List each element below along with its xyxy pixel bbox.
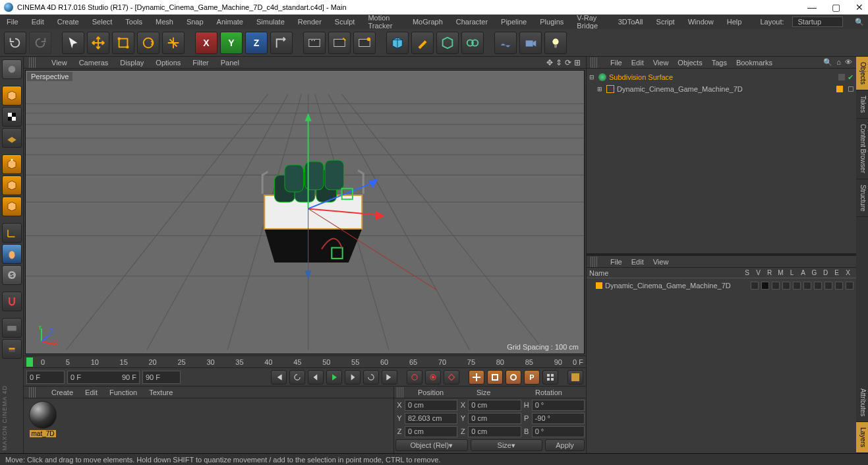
layer-row[interactable]: Dynamic_Cinema_Game_Machine_7D <box>589 280 854 292</box>
om-home-icon[interactable]: ⌂ <box>836 58 841 67</box>
undo-button[interactable] <box>4 32 26 54</box>
menu-snap[interactable]: Snap <box>184 16 206 27</box>
vp-menu-display[interactable]: Display <box>120 59 144 67</box>
om-menu-objects[interactable]: Objects <box>678 59 702 67</box>
render-view-button[interactable] <box>303 32 326 54</box>
camera-button[interactable] <box>519 32 542 54</box>
frame-current-field[interactable]: 90 F <box>142 371 181 384</box>
om-menu-tags[interactable]: Tags <box>712 59 727 67</box>
tab-structure[interactable]: Structure <box>856 179 868 218</box>
menu-mograph[interactable]: MoGraph <box>410 16 446 27</box>
texture-mode-button[interactable] <box>2 107 22 127</box>
axis-tool-icon[interactable] <box>2 223 22 243</box>
layer-flag-g-icon[interactable] <box>814 282 822 290</box>
key-scale-button[interactable] <box>487 370 503 385</box>
layer-flag-e-icon[interactable] <box>835 282 843 290</box>
layer-flag-r-icon[interactable] <box>772 282 780 290</box>
play-button[interactable] <box>326 370 342 385</box>
expand-icon[interactable]: ⊟ <box>589 74 596 80</box>
menu-create[interactable]: Create <box>55 16 82 27</box>
om-menu-file[interactable]: File <box>610 59 622 67</box>
vp-nav-3-icon[interactable]: ⟳ <box>565 58 571 67</box>
layer-tag-icon[interactable] <box>836 86 843 92</box>
menu-sculpt[interactable]: Sculpt <box>332 16 358 27</box>
grip-icon[interactable] <box>29 387 37 398</box>
light-button[interactable] <box>544 32 567 54</box>
vp-nav-1-icon[interactable]: ✥ <box>546 58 553 67</box>
generator-button[interactable] <box>436 32 459 54</box>
rot-p-field[interactable]: -90 ° <box>532 413 585 424</box>
object-manager[interactable]: ⊟ Subdivision Surface ✔ ⊞ Dynamic_Cinema… <box>587 69 856 253</box>
rotate-tool[interactable] <box>137 32 159 54</box>
grip-icon[interactable] <box>591 257 598 267</box>
layer-name-header[interactable]: Name <box>589 269 741 277</box>
layer-flag-v-icon[interactable] <box>761 282 769 290</box>
om-search-icon[interactable]: 🔍 <box>823 58 832 67</box>
grip-icon[interactable] <box>29 57 37 68</box>
redo-button[interactable] <box>29 32 51 54</box>
timeline-window-button[interactable] <box>567 370 583 385</box>
point-mode-button[interactable] <box>2 154 22 174</box>
range-field[interactable]: 0 F90 F <box>67 371 140 384</box>
magnet-icon[interactable] <box>2 292 22 311</box>
menu-3dtoall[interactable]: 3DToAll <box>616 16 646 27</box>
menu-simulate[interactable]: Simulate <box>254 16 287 27</box>
axis-x-toggle[interactable]: X <box>195 32 217 54</box>
tab-takes[interactable]: Takes <box>856 90 868 119</box>
frame-start-field[interactable]: 0 F <box>26 371 65 384</box>
tm-menu-file[interactable]: File <box>610 258 622 266</box>
material-item[interactable]: mat_7D <box>26 401 59 450</box>
spline-pen-button[interactable] <box>411 32 434 54</box>
menu-mesh[interactable]: Mesh <box>153 16 176 27</box>
key-param-button[interactable]: P <box>524 370 540 385</box>
coord-mode-dropdown[interactable]: Object (Rel) ▾ <box>395 439 468 451</box>
menu-edit[interactable]: Edit <box>29 16 47 27</box>
layer-flag-m-icon[interactable] <box>782 282 790 290</box>
size-y-field[interactable]: 0 cm <box>468 413 521 424</box>
scale-tool[interactable] <box>112 32 134 54</box>
layer-flag-a-icon[interactable] <box>803 282 811 290</box>
goto-end-button[interactable] <box>382 370 397 385</box>
grip-icon[interactable] <box>397 387 405 398</box>
ground-icon[interactable] <box>2 339 22 359</box>
tab-objects[interactable]: Objects <box>856 57 868 90</box>
grip-icon[interactable] <box>591 57 598 68</box>
menu-character[interactable]: Character <box>453 16 490 27</box>
visibility-check-icon[interactable]: ✔ <box>848 73 854 82</box>
step-back-loop-button[interactable] <box>289 370 305 385</box>
om-menu-bookmarks[interactable]: Bookmarks <box>736 59 772 67</box>
tab-attributes[interactable]: Attributes <box>856 383 868 422</box>
search-icon[interactable]: 🔍 <box>855 18 864 26</box>
layout-dropdown[interactable]: Startup <box>792 16 843 27</box>
maximize-button[interactable]: ▢ <box>831 3 840 12</box>
viewport[interactable]: Perspective <box>25 70 585 354</box>
menu-script[interactable]: Script <box>654 16 678 27</box>
vp-menu-view[interactable]: View <box>51 59 67 67</box>
edge-mode-button[interactable] <box>2 175 22 195</box>
vp-menu-panel[interactable]: Panel <box>221 59 239 67</box>
close-button[interactable]: ✕ <box>855 3 864 12</box>
vp-menu-cameras[interactable]: Cameras <box>79 59 109 67</box>
material-label[interactable]: mat_7D <box>30 430 55 437</box>
menu-animate[interactable]: Animate <box>214 16 246 27</box>
lock-icon[interactable] <box>2 318 22 338</box>
select-tool[interactable] <box>62 32 84 54</box>
step-fwd-button[interactable] <box>345 370 361 385</box>
record-button[interactable] <box>407 370 422 385</box>
layer-flag-s-icon[interactable] <box>751 282 759 290</box>
vp-menu-options[interactable]: Options <box>156 59 181 67</box>
snap-icon[interactable]: S <box>2 265 22 285</box>
axis-y-toggle[interactable]: Y <box>220 32 243 54</box>
psr-tool[interactable] <box>162 32 185 54</box>
menu-help[interactable]: Help <box>724 16 745 27</box>
om-item-subdivision[interactable]: ⊟ Subdivision Surface ✔ <box>589 71 854 83</box>
keyframe-sel-button[interactable] <box>444 370 459 385</box>
tm-menu-view[interactable]: View <box>653 258 669 266</box>
pos-x-field[interactable]: 0 cm <box>405 400 457 411</box>
menu-select[interactable]: Select <box>90 16 115 27</box>
workplane-button[interactable] <box>2 128 22 148</box>
vp-nav-4-icon[interactable]: ⊞ <box>574 58 581 67</box>
model-mode-button[interactable] <box>2 86 22 106</box>
pos-y-field[interactable]: 82.603 cm <box>405 413 457 424</box>
rot-b-field[interactable]: 0 ° <box>532 426 585 437</box>
